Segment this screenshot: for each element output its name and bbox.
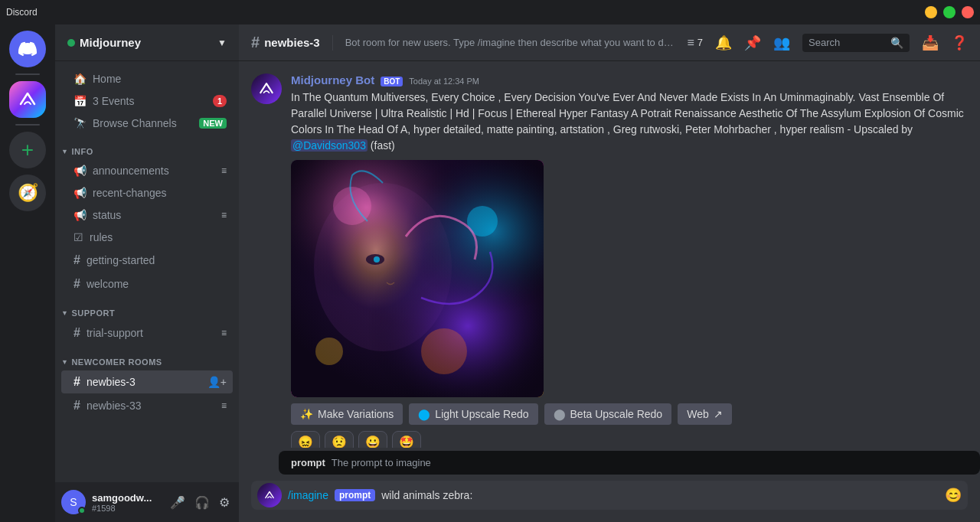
bot-avatar-icon bbox=[257, 80, 276, 98]
channel-name: announcements bbox=[93, 165, 169, 177]
channel-announcements[interactable]: 📢 announcements ≡ bbox=[61, 160, 233, 181]
message-author: Midjourney Bot bbox=[291, 73, 374, 86]
search-box: 🔍 bbox=[802, 34, 910, 52]
user-info: samgoodw... #1598 bbox=[92, 492, 161, 513]
channel-rules[interactable]: ☑ rules bbox=[61, 227, 233, 248]
emoji-button[interactable]: 😊 bbox=[945, 487, 962, 504]
discord-home-button[interactable] bbox=[9, 31, 46, 67]
make-variations-button[interactable]: ✨ Make Variations bbox=[291, 403, 403, 425]
search-input[interactable] bbox=[808, 37, 886, 48]
light-upscale-label: Light Upscale Redo bbox=[435, 408, 528, 420]
ai-generated-image[interactable] bbox=[291, 160, 567, 397]
reaction-angry[interactable]: 😖 bbox=[291, 431, 320, 448]
events-badge: 1 bbox=[213, 95, 227, 107]
prompt-label: prompt bbox=[291, 457, 325, 468]
hash-icon-5: # bbox=[74, 399, 80, 413]
close-button[interactable]: × bbox=[962, 6, 974, 18]
beta-upscale-redo-button[interactable]: ⬤ Beta Upscale Redo bbox=[544, 403, 672, 425]
category-newcomer-label: NEWCOMER ROOMS bbox=[71, 357, 162, 367]
user-name: samgoodw... bbox=[92, 492, 161, 504]
server-divider bbox=[15, 73, 40, 75]
make-variations-icon: ✨ bbox=[300, 408, 313, 420]
explore-button[interactable]: 🧭 bbox=[9, 175, 46, 211]
sidebar-item-home[interactable]: 🏠 Home bbox=[61, 68, 233, 90]
imagine-input[interactable] bbox=[381, 481, 939, 510]
help-button[interactable]: ❓ bbox=[951, 34, 968, 51]
svg-point-7 bbox=[421, 328, 467, 374]
threads-button[interactable]: ≡ 7 bbox=[687, 36, 703, 50]
server-rail: + 🧭 bbox=[0, 24, 55, 522]
user-area: S samgoodw... #1598 🎤 🎧 ⚙ bbox=[55, 482, 239, 522]
hash-icon-4: # bbox=[74, 375, 80, 389]
browse-icon: 🔭 bbox=[74, 117, 87, 129]
notification-settings-button[interactable]: 🔔 bbox=[715, 34, 732, 51]
light-upscale-icon: ⬤ bbox=[418, 408, 430, 420]
reaction-star-struck[interactable]: 🤩 bbox=[392, 431, 421, 448]
message-suffix: - Upscaled by bbox=[848, 123, 913, 135]
thread-icon-2: ≡ bbox=[221, 210, 227, 220]
light-upscale-redo-button[interactable]: ⬤ Light Upscale Redo bbox=[409, 403, 537, 425]
category-support[interactable]: ▼ SUPPORT bbox=[55, 296, 239, 321]
minimize-button[interactable]: — bbox=[925, 6, 937, 18]
server-divider-2 bbox=[15, 124, 40, 126]
app-icon: Discord bbox=[6, 7, 38, 18]
main-content: # newbies-3 Bot room for new users. Type… bbox=[239, 24, 980, 522]
category-support-label: SUPPORT bbox=[71, 308, 115, 318]
sidebar-item-browse-channels[interactable]: 🔭 Browse Channels NEW bbox=[61, 113, 233, 134]
add-member-icon[interactable]: 👤+ bbox=[207, 376, 227, 388]
bot-avatar bbox=[251, 73, 282, 104]
channel-recent-changes[interactable]: 📢 recent-changes bbox=[61, 182, 233, 204]
megaphone-icon-2: 📢 bbox=[74, 187, 87, 199]
category-newcomer[interactable]: ▼ NEWCOMER ROOMS bbox=[55, 345, 239, 370]
slash-command: /imagine bbox=[288, 489, 328, 501]
server-dropdown-arrow: ▼ bbox=[217, 38, 227, 48]
channel-newbies-33[interactable]: # newbies-33 ≡ bbox=[61, 394, 233, 417]
message-content: In The Quantum Multiverses, Every Choice… bbox=[291, 90, 968, 154]
titlebar: Discord — □ × bbox=[0, 0, 980, 24]
channel-name: getting-started bbox=[87, 254, 155, 266]
channel-hash-icon: # bbox=[251, 34, 260, 51]
thread-count: 7 bbox=[697, 37, 703, 48]
pin-button[interactable]: 📌 bbox=[744, 34, 761, 51]
browse-new-badge: NEW bbox=[199, 118, 227, 129]
megaphone-icon-3: 📢 bbox=[74, 209, 87, 221]
inbox-button[interactable]: 📥 bbox=[922, 34, 939, 51]
mention-link[interactable]: @Davidson303 bbox=[291, 139, 368, 152]
thread-icon-4: ≡ bbox=[221, 400, 227, 411]
thread-icon: ≡ bbox=[221, 165, 227, 176]
server-header[interactable]: Midjourney ▼ bbox=[55, 24, 239, 61]
beta-upscale-icon: ⬤ bbox=[554, 408, 566, 420]
channel-trial-support[interactable]: # trial-support ≡ bbox=[61, 321, 233, 344]
home-icon: 🏠 bbox=[74, 73, 87, 85]
settings-button[interactable]: ⚙ bbox=[216, 492, 233, 513]
category-info[interactable]: ▼ INFO bbox=[55, 135, 239, 159]
megaphone-icon: 📢 bbox=[74, 165, 87, 177]
reactions-bar: 😖 😟 😀 🤩 bbox=[291, 431, 968, 448]
star-struck-emoji: 🤩 bbox=[399, 435, 414, 448]
reaction-happy[interactable]: 😀 bbox=[358, 431, 387, 448]
channel-getting-started[interactable]: # getting-started bbox=[61, 249, 233, 272]
events-label: 3 Events bbox=[93, 95, 134, 107]
input-bot-avatar bbox=[257, 483, 282, 507]
checkbox-icon: ☑ bbox=[74, 231, 83, 243]
channel-description: Bot room for new users. Type /imagine th… bbox=[345, 37, 675, 48]
channel-name: newbies-3 bbox=[87, 376, 136, 388]
add-server-button[interactable]: + bbox=[9, 132, 46, 168]
channel-status[interactable]: 📢 status ≡ bbox=[61, 204, 233, 226]
window-controls: — □ × bbox=[925, 6, 974, 18]
input-area: /imagine prompt 😊 bbox=[239, 481, 980, 522]
reaction-sad[interactable]: 😟 bbox=[325, 431, 354, 448]
message-body: Midjourney Bot BOT Today at 12:34 PM In … bbox=[291, 73, 968, 448]
header-actions: ≡ 7 🔔 📌 👥 🔍 📥 ❓ bbox=[687, 34, 968, 52]
midjourney-server-icon[interactable] bbox=[9, 81, 46, 118]
channel-header-name: # newbies-3 bbox=[251, 34, 320, 51]
members-button[interactable]: 👥 bbox=[773, 34, 790, 51]
mute-button[interactable]: 🎤 bbox=[167, 492, 188, 513]
channel-newbies-3[interactable]: # newbies-3 👤+ bbox=[61, 370, 233, 393]
web-button[interactable]: Web ↗ bbox=[678, 403, 732, 425]
external-link-icon: ↗ bbox=[714, 408, 723, 420]
sidebar-item-events[interactable]: 📅 3 Events 1 bbox=[61, 90, 233, 112]
maximize-button[interactable]: □ bbox=[943, 6, 956, 18]
channel-welcome[interactable]: # welcome bbox=[61, 272, 233, 295]
deafen-button[interactable]: 🎧 bbox=[191, 492, 213, 513]
